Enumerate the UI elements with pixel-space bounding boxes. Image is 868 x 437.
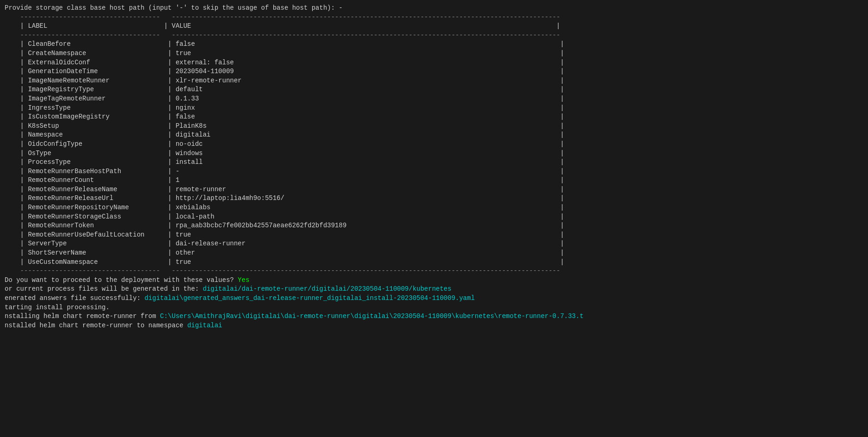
output-path-1: digitalai/dai-remote-runner/digitalai/20… (203, 285, 451, 293)
table-row: | RemoteRunnerCount | 1 | (5, 176, 863, 185)
table-row: | OidcConfigType | no-oidc | (5, 140, 863, 149)
divider-3: ------------------------------------ ---… (5, 267, 863, 276)
table-row: | K8sSetup | PlainK8s | (5, 122, 863, 131)
table-row: | IsCustomImageRegistry | false | (5, 112, 863, 122)
output-path-4: digitalai (187, 322, 222, 329)
table-row: | RemoteRunnerBaseHostPath | - | (5, 167, 863, 176)
table-row: | IngressType | nginx | (5, 104, 863, 113)
table-row: | ShortServerName | other | (5, 249, 863, 258)
output-line-4: nstalling helm chart remote-runner from … (5, 312, 863, 321)
table-row: | ImageRegistryType | default | (5, 85, 863, 94)
prompt-line: Provide storage class base host path (in… (5, 4, 863, 13)
table-row: | CleanBefore | false | (5, 40, 863, 49)
table-row: | ImageTagRemoteRunner | 0.1.33 | (5, 94, 863, 104)
output-line-5: nstalled helm chart remote-runner to nam… (5, 321, 863, 331)
yes-answer: Yes (238, 276, 249, 284)
divider-1: ------------------------------------ ---… (5, 13, 863, 22)
table-row: | Namespace | digitalai | (5, 131, 863, 140)
terminal-window: Provide storage class base host path (in… (0, 0, 868, 334)
table-row: | CreateNamespace | true | (5, 49, 863, 58)
table-row: | RemoteRunnerUseDefaultLocation | true … (5, 231, 863, 240)
table-row: | RemoteRunnerToken | rpa_aab3bcbc7fe002… (5, 221, 863, 231)
output-path-2: digitalai\generated_answers_dai-release-… (144, 294, 474, 302)
table-row: | ImageNameRemoteRunner | xlr-remote-run… (5, 76, 863, 86)
table-row: | OsType | windows | (5, 149, 863, 158)
table-header: | LABEL | VALUE | (5, 22, 863, 31)
table-row: | ProcessType | install | (5, 158, 863, 167)
table-row: | UseCustomNamespace | true | (5, 258, 863, 267)
table-row: | RemoteRunnerStorageClass | local-path … (5, 212, 863, 222)
table-row: | GenerationDateTime | 20230504-110009 | (5, 67, 863, 76)
table-body: | CleanBefore | false | | CreateNamespac… (5, 40, 863, 267)
output-line-2: enerated answers file successfully: digi… (5, 294, 863, 303)
table-row: | ServerType | dai-release-runner | (5, 239, 863, 249)
table-row: | RemoteRunnerRepositoryName | xebialabs… (5, 203, 863, 212)
table-row: | RemoteRunnerReleaseUrl | http://laptop… (5, 194, 863, 203)
divider-2: ------------------------------------ ---… (5, 31, 863, 40)
table-row: | ExternalOidcConf | external: false | (5, 58, 863, 68)
output-line-1: or current process files will be generat… (5, 285, 863, 294)
proceed-question: Do you want to proceed to the deployment… (5, 276, 863, 285)
table-row: | RemoteRunnerReleaseName | remote-runne… (5, 185, 863, 194)
output-path-3: C:\Users\AmithrajRavi\digitalai\dai-remo… (160, 312, 584, 320)
output-line-3: tarting install processing. (5, 303, 863, 312)
